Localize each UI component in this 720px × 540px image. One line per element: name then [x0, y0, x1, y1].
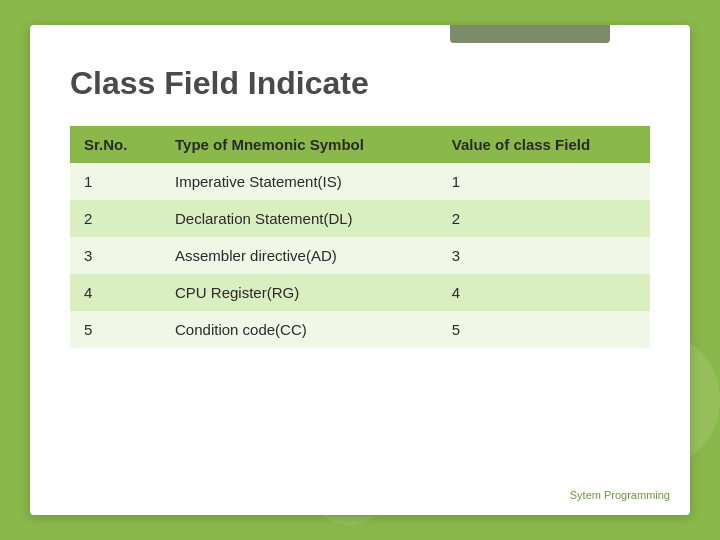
slide-container: Class Field Indicate Sr.No. Type of Mnem… [30, 25, 690, 515]
cell-r3-c0: 4 [70, 274, 161, 311]
table-row: 5Condition code(CC)5 [70, 311, 650, 348]
cell-r1-c0: 2 [70, 200, 161, 237]
header-type: Type of Mnemonic Symbol [161, 126, 438, 163]
cell-r2-c0: 3 [70, 237, 161, 274]
cell-r0-c2: 1 [438, 163, 650, 200]
cell-r0-c1: Imperative Statement(IS) [161, 163, 438, 200]
header-srno: Sr.No. [70, 126, 161, 163]
cell-r3-c1: CPU Register(RG) [161, 274, 438, 311]
table-header-row: Sr.No. Type of Mnemonic Symbol Value of … [70, 126, 650, 163]
cell-r4-c2: 5 [438, 311, 650, 348]
top-bar-decoration [450, 25, 610, 43]
cell-r2-c1: Assembler directive(AD) [161, 237, 438, 274]
footer-label: Sytem Programming [570, 489, 670, 501]
cell-r4-c0: 5 [70, 311, 161, 348]
class-field-table: Sr.No. Type of Mnemonic Symbol Value of … [70, 126, 650, 348]
table-row: 3Assembler directive(AD)3 [70, 237, 650, 274]
cell-r2-c2: 3 [438, 237, 650, 274]
cell-r1-c1: Declaration Statement(DL) [161, 200, 438, 237]
cell-r3-c2: 4 [438, 274, 650, 311]
table-row: 2Declaration Statement(DL)2 [70, 200, 650, 237]
cell-r4-c1: Condition code(CC) [161, 311, 438, 348]
header-value: Value of class Field [438, 126, 650, 163]
slide-title: Class Field Indicate [70, 65, 650, 102]
cell-r1-c2: 2 [438, 200, 650, 237]
cell-r0-c0: 1 [70, 163, 161, 200]
table-row: 1Imperative Statement(IS)1 [70, 163, 650, 200]
table-row: 4CPU Register(RG)4 [70, 274, 650, 311]
